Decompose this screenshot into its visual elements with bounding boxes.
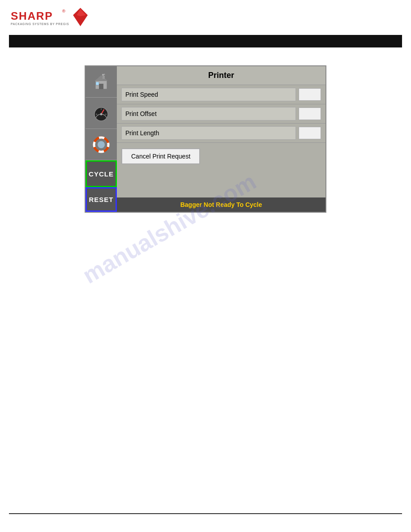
status-bar: Bagger Not Ready To Cycle [117, 197, 325, 212]
sharp-logo: SHARP ® PACKAGING SYSTEMS BY PREGIS [9, 4, 90, 31]
help-button[interactable] [86, 129, 117, 160]
cycle-button[interactable]: CYCLE [86, 160, 117, 187]
svg-point-21 [98, 141, 105, 148]
cancel-print-button[interactable]: Cancel Print Request [121, 148, 200, 164]
home-button[interactable] [86, 66, 117, 98]
content-panel: Printer Print Speed Print Offset Print L… [117, 66, 325, 212]
print-offset-label: Print Offset [121, 107, 296, 120]
gauge-button[interactable] [86, 98, 117, 129]
svg-rect-8 [96, 82, 99, 85]
cycle-label: CYCLE [89, 170, 114, 178]
print-offset-row: Print Offset [117, 104, 325, 124]
main-content: CYCLE RESET Printer Print Speed Print Of… [0, 47, 411, 231]
reset-button[interactable]: RESET [86, 187, 117, 212]
lifesaver-icon [92, 136, 110, 154]
reset-label: RESET [89, 196, 113, 203]
svg-rect-7 [99, 84, 103, 89]
ui-panel: CYCLE RESET Printer Print Speed Print Of… [85, 65, 326, 213]
gauge-icon [92, 104, 110, 122]
svg-text:SHARP: SHARP [11, 10, 53, 22]
print-speed-row: Print Speed [117, 85, 325, 104]
svg-point-14 [100, 113, 103, 115]
print-length-row: Print Length [117, 124, 325, 143]
header: SHARP ® PACKAGING SYSTEMS BY PREGIS [0, 0, 411, 47]
panel-title: Printer [117, 66, 325, 85]
print-speed-input[interactable] [299, 88, 321, 101]
logo-area: SHARP ® PACKAGING SYSTEMS BY PREGIS [9, 4, 402, 31]
header-black-bar [9, 35, 402, 47]
print-length-label: Print Length [121, 126, 296, 140]
svg-text:®: ® [62, 9, 66, 13]
svg-point-10 [102, 74, 104, 76]
svg-text:PACKAGING SYSTEMS BY PREGIS: PACKAGING SYSTEMS BY PREGIS [11, 22, 69, 26]
home-icon [92, 73, 110, 91]
print-offset-input[interactable] [299, 107, 321, 120]
sidebar: CYCLE RESET [86, 66, 117, 212]
footer-line [9, 513, 402, 514]
print-length-input[interactable] [299, 127, 321, 139]
print-speed-label: Print Speed [121, 88, 296, 101]
svg-rect-9 [103, 76, 105, 79]
svg-marker-6 [94, 75, 108, 81]
svg-point-11 [104, 73, 105, 75]
cancel-row: Cancel Print Request [117, 143, 325, 170]
